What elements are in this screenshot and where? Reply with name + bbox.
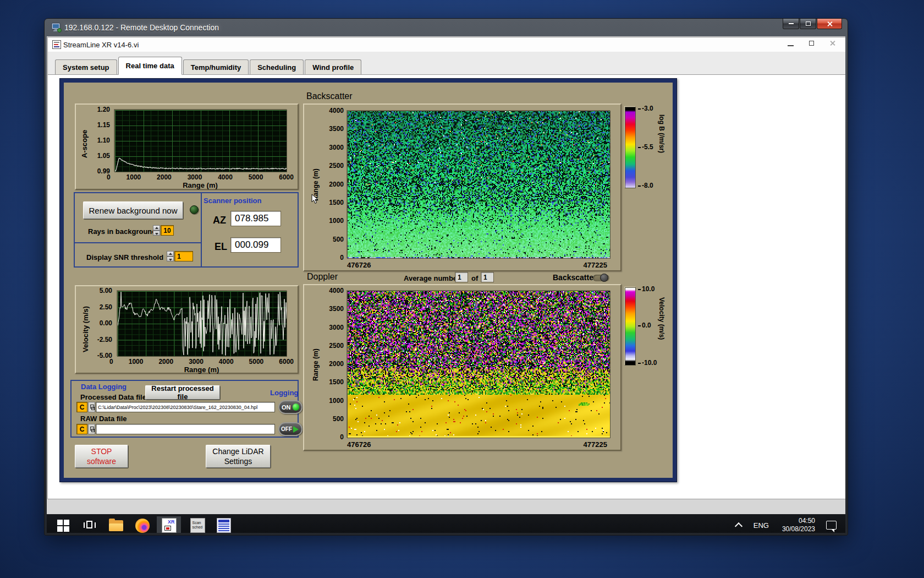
rdp-titlebar[interactable]: 192.168.0.122 - Remote Desktop Connectio… bbox=[45, 19, 848, 36]
raw-path-browse-icon[interactable] bbox=[88, 424, 95, 434]
tab-temp-humidity[interactable]: Temp/humidity bbox=[183, 59, 249, 74]
desktop-background: 192.168.0.122 - Remote Desktop Connectio… bbox=[0, 0, 924, 578]
rdp-close-button[interactable] bbox=[817, 19, 842, 29]
ascope-y-ticks: 1.201.151.101.050.99 bbox=[86, 106, 110, 175]
tab-wind-profile[interactable]: Wind profile bbox=[305, 59, 361, 74]
velocity-xtick: 6000 bbox=[279, 358, 294, 366]
backscatter-heatmap bbox=[348, 111, 610, 258]
tab-real-time-data[interactable]: Real time data bbox=[118, 57, 182, 75]
close-icon bbox=[827, 21, 833, 27]
raw-drive-letter: C bbox=[80, 426, 85, 433]
doppler-heatmap bbox=[348, 291, 610, 438]
front-panel: A-scope 1.201.151.101.050.99 01000200030… bbox=[64, 83, 673, 478]
velocity-x-ticks: 0100020003000400050006000 bbox=[109, 358, 294, 366]
language-indicator[interactable]: ENG bbox=[754, 521, 769, 530]
start-button[interactable] bbox=[51, 516, 75, 533]
ascope-xtick: 0 bbox=[107, 173, 111, 181]
snr-spinner[interactable] bbox=[167, 251, 174, 261]
az-label: AZ bbox=[213, 215, 226, 226]
data-logging-title: Data Logging bbox=[81, 383, 127, 391]
snr-value-field[interactable]: 1 bbox=[174, 251, 193, 261]
stop-software-button[interactable]: STOP software bbox=[75, 445, 128, 468]
average-number-label: Average number bbox=[404, 274, 460, 282]
doppler-cb-tick-mid: 0.0 bbox=[638, 321, 651, 329]
change-lidar-settings-button[interactable]: Change LiDAR Settings bbox=[206, 445, 271, 468]
backscatter-x-end: 477225 bbox=[584, 261, 607, 269]
raw-path-field[interactable] bbox=[96, 424, 275, 434]
action-center-icon[interactable] bbox=[826, 521, 837, 530]
doppler-y-ticks: 40003500300025002000150010005000 bbox=[321, 287, 344, 440]
on-led-icon bbox=[293, 403, 300, 411]
doppler-graph: Range (m) 400035003000250020001500100050… bbox=[303, 284, 622, 451]
rdp-minimize-button[interactable] bbox=[783, 19, 799, 29]
doppler-ytick: 1500 bbox=[329, 379, 344, 385]
off-label: OFF bbox=[281, 426, 292, 432]
backscatter-ytick: 500 bbox=[333, 236, 344, 243]
task-view-button[interactable] bbox=[78, 516, 102, 533]
raw-drive-box[interactable]: C bbox=[76, 424, 87, 434]
average-number-value: 1 bbox=[458, 274, 461, 281]
rdp-maximize-button[interactable] bbox=[800, 19, 816, 29]
striped-document-icon bbox=[217, 518, 231, 533]
ascope-xtick: 5000 bbox=[249, 173, 263, 181]
ascope-x-axis-label: Range (m) bbox=[114, 181, 286, 189]
renew-background-button[interactable]: Renew background now bbox=[83, 201, 183, 219]
processed-path-text: C:\Lidar\Data\Proc\2023\202308\20230830\… bbox=[98, 405, 257, 410]
data-logging-box: Data Logging Processed Data file Restart… bbox=[70, 380, 299, 438]
remote-desktop-screen: StreamLine XR v14-6.vi System setup Real… bbox=[47, 36, 845, 533]
ascope-ytick: 1.10 bbox=[97, 137, 110, 144]
switch-knob[interactable] bbox=[600, 274, 608, 282]
az-value-field: 078.985 bbox=[230, 211, 281, 226]
ascope-xtick: 1000 bbox=[127, 173, 141, 181]
doppler-ytick: 2500 bbox=[329, 342, 344, 349]
firefox-button[interactable] bbox=[130, 516, 155, 533]
ascope-xtick: 2000 bbox=[157, 173, 172, 181]
ascope-plot bbox=[115, 110, 287, 172]
velocity-xtick: 0 bbox=[109, 358, 113, 366]
scan-icon-line2: sched bbox=[193, 525, 203, 529]
raw-logging-toggle-off[interactable]: OFF bbox=[278, 422, 302, 436]
backscatter-x-start: 476726 bbox=[347, 261, 371, 269]
taskbar: XR Scan sched bbox=[47, 514, 845, 533]
backscatter-graph: Range (m) 400035003000250020001500100050… bbox=[303, 103, 622, 271]
average-number-field[interactable]: 1 bbox=[455, 272, 468, 282]
backscatter-title: Backscatter bbox=[306, 91, 353, 101]
doppler-ytick: 4000 bbox=[329, 287, 344, 294]
processed-drive-box[interactable]: C bbox=[76, 402, 87, 412]
rays-spinner[interactable] bbox=[153, 225, 160, 236]
clock[interactable]: 04:50 30/08/2023 bbox=[782, 517, 815, 533]
doppler-ytick: 2000 bbox=[329, 361, 344, 367]
velocity-graph: Velocity (m/s) 5.002.500.00-2.50-5.00 01… bbox=[75, 285, 299, 374]
tab-scheduling[interactable]: Scheduling bbox=[250, 59, 304, 74]
app-minimize-icon[interactable] bbox=[788, 45, 794, 46]
renew-background-label: Renew background now bbox=[89, 206, 178, 215]
processed-logging-toggle-on[interactable]: ON bbox=[278, 400, 302, 414]
backscatter-ytick: 2000 bbox=[329, 181, 344, 188]
restart-processed-file-button[interactable]: Restart processed file bbox=[145, 385, 220, 400]
logging-label: Logging bbox=[270, 389, 298, 397]
labview-xr-button[interactable]: XR bbox=[157, 516, 181, 533]
backscatter-doppler-switch[interactable] bbox=[593, 275, 609, 281]
backscatter-cb-tick-min: -8.0 bbox=[638, 182, 653, 189]
processed-path-browse-icon[interactable] bbox=[88, 402, 95, 412]
average-total-field[interactable]: 1 bbox=[481, 272, 494, 282]
scanner-position-title: Scanner position bbox=[204, 197, 261, 205]
document-button[interactable] bbox=[212, 516, 236, 533]
velocity-xtick: 3000 bbox=[189, 358, 204, 366]
tray-expand-icon[interactable] bbox=[735, 522, 743, 530]
ascope-xtick: 3000 bbox=[188, 173, 202, 181]
tab-system-setup[interactable]: System setup bbox=[55, 59, 117, 74]
app-window-title: StreamLine XR v14-6.vi bbox=[63, 41, 139, 49]
of-label: of bbox=[471, 274, 478, 282]
app-restore-icon[interactable] bbox=[809, 41, 814, 46]
mouse-cursor bbox=[311, 194, 319, 205]
rays-value-field[interactable]: 10 bbox=[161, 225, 174, 236]
app-titlebar[interactable]: StreamLine XR v14-6.vi bbox=[48, 37, 845, 52]
doppler-x-start: 476726 bbox=[347, 440, 371, 449]
scan-scheduler-button[interactable]: Scan sched bbox=[185, 516, 210, 533]
background-controls-box: Renew background now Rays in background … bbox=[74, 192, 299, 268]
file-explorer-button[interactable] bbox=[104, 516, 128, 533]
backscatter-ytick: 3000 bbox=[329, 144, 344, 151]
processed-path-field[interactable]: C:\Lidar\Data\Proc\2023\202308\20230830\… bbox=[96, 402, 275, 412]
app-close-icon[interactable] bbox=[829, 40, 835, 46]
